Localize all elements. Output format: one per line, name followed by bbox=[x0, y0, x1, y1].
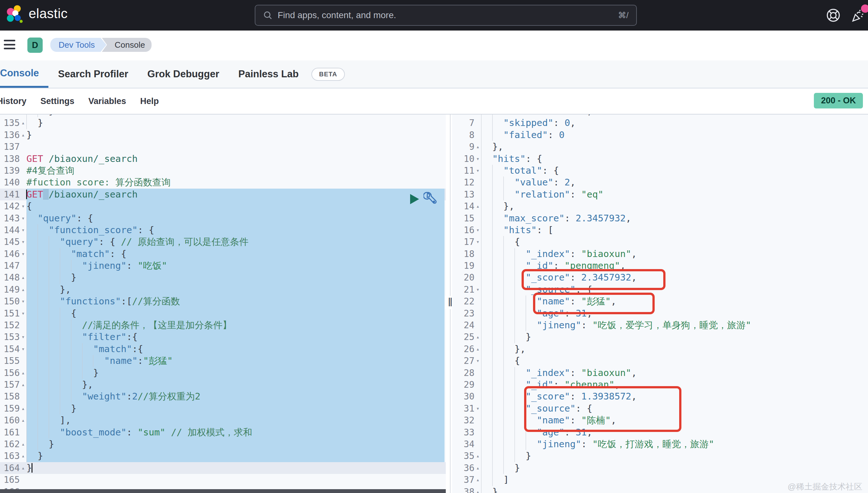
fold-marker-icon[interactable]: ▾ bbox=[20, 307, 26, 319]
fold-marker-icon[interactable]: ▾ bbox=[475, 165, 481, 176]
fold-marker-icon[interactable]: ▾ bbox=[20, 200, 26, 212]
code-line[interactable]: 163▴} bbox=[0, 450, 446, 462]
code-line[interactable]: 157▴}, bbox=[0, 379, 446, 391]
fold-marker-icon[interactable]: ▴ bbox=[20, 379, 26, 391]
fold-marker-icon[interactable]: ▾ bbox=[475, 403, 481, 414]
fold-marker-icon[interactable]: ▴ bbox=[20, 414, 26, 426]
code-line[interactable]: 33"age": 31, bbox=[452, 427, 868, 438]
code-line[interactable]: 22"name": "彭猛", bbox=[452, 296, 868, 307]
fold-marker-icon[interactable]: ▴ bbox=[475, 486, 481, 493]
code-line[interactable]: 143▾"query": { bbox=[0, 212, 446, 224]
fold-marker-icon[interactable]: ▾ bbox=[20, 331, 26, 343]
fold-marker-icon[interactable]: ▾ bbox=[20, 296, 26, 307]
code-line[interactable]: 12"value": 2, bbox=[452, 176, 868, 188]
code-line[interactable]: 137 bbox=[0, 141, 446, 153]
code-line[interactable]: 31▾"_source": { bbox=[452, 403, 868, 414]
code-line[interactable]: 36▴} bbox=[452, 462, 868, 474]
code-line[interactable]: 161"boost_mode": "sum" // 加权模式，求和 bbox=[0, 427, 446, 438]
code-line[interactable]: 32"name": "陈楠", bbox=[452, 414, 868, 426]
send-request-play-icon[interactable] bbox=[410, 194, 419, 204]
menu-settings[interactable]: Settings bbox=[40, 97, 75, 106]
code-line[interactable]: 14▴}, bbox=[452, 200, 868, 212]
code-line[interactable]: 9▴}, bbox=[452, 141, 868, 153]
fold-marker-icon[interactable]: ▾ bbox=[20, 248, 26, 260]
menu-history[interactable]: History bbox=[0, 97, 26, 106]
fold-marker-icon[interactable]: ▴ bbox=[20, 272, 26, 283]
fold-marker-icon[interactable]: ▾ bbox=[475, 284, 481, 296]
fold-marker-icon[interactable]: ▴ bbox=[20, 117, 26, 129]
request-options-wrench-icon[interactable] bbox=[423, 191, 438, 207]
fold-marker-icon[interactable]: ▾ bbox=[20, 224, 26, 236]
code-line[interactable]: 145▾"query": { // 原始查询，可以是任意条件 bbox=[0, 236, 446, 248]
code-line[interactable]: 162▴} bbox=[0, 438, 446, 450]
code-line[interactable]: 19"_id": "pengmeng", bbox=[452, 260, 868, 272]
fold-marker-icon[interactable]: ▴ bbox=[20, 462, 26, 474]
fold-marker-icon[interactable]: ▴ bbox=[20, 284, 26, 296]
fold-marker-icon[interactable]: ▴ bbox=[20, 450, 26, 462]
tab-console[interactable]: Console bbox=[0, 60, 48, 88]
code-line[interactable]: 144▾"function_score": { bbox=[0, 224, 446, 236]
code-line[interactable]: 159▴} bbox=[0, 403, 446, 414]
fold-marker-icon[interactable]: ▾ bbox=[475, 355, 481, 367]
code-line[interactable]: 21▾"_source": { bbox=[452, 284, 868, 296]
code-line[interactable]: 18"_index": "biaoxun", bbox=[452, 248, 868, 260]
fold-marker-icon[interactable]: ▾ bbox=[475, 236, 481, 248]
tab-search-profiler[interactable]: Search Profiler bbox=[48, 60, 138, 88]
fold-marker-icon[interactable]: ▾ bbox=[475, 224, 481, 236]
code-line[interactable]: 24"jineng": "吃饭，爱学习，单身狗，睡觉，旅游" bbox=[452, 319, 868, 331]
fold-marker-icon[interactable]: ▴ bbox=[20, 403, 26, 414]
response-viewer[interactable]: 6"successful": 1,7"skipped": 0,8"failed"… bbox=[452, 114, 868, 493]
fold-marker-icon[interactable]: ▾ bbox=[20, 236, 26, 248]
fold-marker-icon[interactable]: ▴ bbox=[475, 331, 481, 343]
code-line[interactable]: 29"_id": "chennan", bbox=[452, 379, 868, 391]
code-line[interactable]: 27▾{ bbox=[452, 355, 868, 367]
fold-marker-icon[interactable]: ▴ bbox=[475, 200, 481, 212]
code-line[interactable]: 165 bbox=[0, 474, 446, 486]
tab-grok-debugger[interactable]: Grok Debugger bbox=[138, 60, 229, 88]
code-line[interactable]: 30"_score": 1.3938572, bbox=[452, 391, 868, 402]
code-line[interactable]: 141GET /biaoxun/_search bbox=[0, 189, 446, 200]
menu-hamburger-icon[interactable] bbox=[4, 40, 15, 49]
code-line[interactable]: 158"weight":2//算分权重为2 bbox=[0, 391, 446, 402]
code-line[interactable]: 147"jineng": "吃饭" bbox=[0, 260, 446, 272]
code-line[interactable]: 134▴} bbox=[0, 114, 446, 117]
code-line[interactable]: 16▾"hits": [ bbox=[452, 224, 868, 236]
code-line[interactable]: 13"relation": "eq" bbox=[452, 189, 868, 200]
code-line[interactable]: 140#fuction score: 算分函数查询 bbox=[0, 176, 446, 188]
code-line[interactable]: 8"failed": 0 bbox=[452, 129, 868, 141]
fold-marker-icon[interactable]: ▾ bbox=[20, 343, 26, 355]
request-editor[interactable]: 134▴}135▴}136▴}137138GET /biaoxun/_searc… bbox=[0, 114, 446, 493]
code-line[interactable]: 25▴} bbox=[452, 331, 868, 343]
elastic-logo[interactable]: elastic bbox=[6, 4, 68, 23]
fold-marker-icon[interactable]: ▴ bbox=[20, 114, 26, 117]
fold-marker-icon[interactable]: ▾ bbox=[475, 153, 481, 165]
code-line[interactable]: 7"skipped": 0, bbox=[452, 117, 868, 129]
code-line[interactable]: 139#4复合查询 bbox=[0, 165, 446, 176]
fold-marker-icon[interactable]: ▴ bbox=[475, 141, 481, 153]
code-line[interactable]: 28"_index": "biaoxun", bbox=[452, 367, 868, 379]
space-avatar[interactable]: D bbox=[27, 38, 43, 53]
fold-marker-icon[interactable]: ▴ bbox=[20, 438, 26, 450]
code-line[interactable]: 156▴} bbox=[0, 367, 446, 379]
code-line[interactable]: 35▴} bbox=[452, 450, 868, 462]
code-line[interactable]: 164▴} bbox=[0, 462, 446, 474]
fold-marker-icon[interactable]: ▴ bbox=[475, 474, 481, 486]
code-line[interactable]: 160▴], bbox=[0, 414, 446, 426]
global-search-input[interactable]: Find apps, content, and more. ⌘/ bbox=[255, 5, 637, 26]
horizontal-scrollbar[interactable] bbox=[0, 489, 446, 493]
code-line[interactable]: 142▾{ bbox=[0, 200, 446, 212]
fold-marker-icon[interactable]: ▴ bbox=[475, 343, 481, 355]
code-line[interactable]: 149▴}, bbox=[0, 284, 446, 296]
code-line[interactable]: 138GET /biaoxun/_search bbox=[0, 153, 446, 165]
code-line[interactable]: 154▾"match":{ bbox=[0, 343, 446, 355]
code-line[interactable]: 15"max_score": 2.3457932, bbox=[452, 212, 868, 224]
code-line[interactable]: 148▴} bbox=[0, 272, 446, 283]
code-line[interactable]: 153▾"filter":{ bbox=[0, 331, 446, 343]
menu-help[interactable]: Help bbox=[140, 97, 159, 106]
code-line[interactable]: 23"age": 31, bbox=[452, 307, 868, 319]
fold-marker-icon[interactable]: ▾ bbox=[20, 212, 26, 224]
code-line[interactable]: 17▾{ bbox=[452, 236, 868, 248]
code-line[interactable]: 6"successful": 1, bbox=[452, 114, 868, 117]
fold-marker-icon[interactable]: ▴ bbox=[20, 129, 26, 141]
newsfeed-button[interactable] bbox=[850, 7, 866, 24]
